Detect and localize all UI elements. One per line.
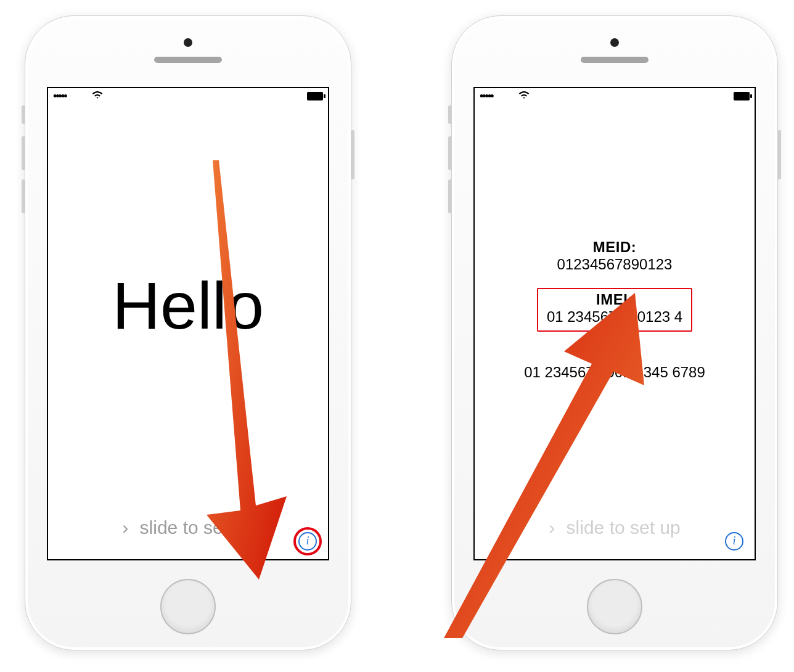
iccid-row: ICCID: 01 234567 8901 2345 6789	[475, 346, 755, 381]
slide-label: slide to set up	[567, 517, 681, 538]
meid-value: 01234567890123	[475, 256, 755, 273]
volume-up-button	[22, 136, 25, 170]
earpiece-speaker	[581, 57, 649, 63]
volume-down-button	[22, 179, 25, 213]
camera-dot	[610, 38, 619, 47]
status-bar: •••••	[475, 88, 755, 105]
hello-greeting: Hello	[48, 267, 328, 344]
mute-switch	[448, 105, 452, 124]
info-button[interactable]: i	[298, 532, 317, 551]
volume-up-button	[448, 136, 452, 170]
wifi-icon	[91, 89, 104, 105]
slide-label: slide to set up	[140, 517, 254, 538]
annotation-imei-highlight: IMEI: 01 234567 890123 4	[537, 288, 692, 332]
info-icon: i	[725, 532, 743, 551]
battery-icon	[307, 92, 323, 100]
power-button	[777, 130, 781, 179]
wifi-icon	[518, 89, 530, 105]
imei-value: 01 234567 890123 4	[547, 308, 682, 326]
earpiece-speaker	[154, 57, 222, 63]
screen-left: ••••• Hello › slide to set up i	[47, 87, 329, 560]
slide-to-setup[interactable]: › slide to set up	[475, 517, 755, 538]
iphone-mockup-right: ••••• MEID: 01234567890123 IMEI: 01 2345…	[451, 15, 778, 650]
chevron-right-icon: ›	[122, 517, 128, 538]
device-info-block: MEID: 01234567890123 IMEI: 01 234567 890…	[475, 224, 755, 396]
meid-label: MEID:	[475, 239, 755, 256]
iccid-value: 01 234567 8901 2345 6789	[475, 364, 755, 381]
home-button[interactable]	[587, 579, 642, 634]
camera-dot	[184, 38, 192, 47]
status-bar: •••••	[48, 88, 328, 105]
cellular-signal-icon: •••••	[480, 90, 493, 103]
battery-icon	[734, 92, 750, 100]
iccid-label: ICCID:	[475, 346, 755, 364]
screen-right: ••••• MEID: 01234567890123 IMEI: 01 2345…	[473, 87, 756, 560]
slide-to-setup[interactable]: › slide to set up	[48, 517, 328, 538]
imei-row: IMEI: 01 234567 890123 4	[475, 288, 755, 332]
iphone-mockup-left: ••••• Hello › slide to set up i	[25, 15, 351, 650]
info-button[interactable]: i	[725, 532, 743, 551]
power-button	[351, 130, 354, 179]
home-button[interactable]	[160, 579, 216, 634]
cellular-signal-icon: •••••	[53, 90, 67, 103]
mute-switch	[22, 105, 25, 124]
chevron-right-icon: ›	[549, 517, 555, 538]
meid-row: MEID: 01234567890123	[475, 239, 755, 273]
volume-down-button	[448, 179, 452, 213]
imei-label: IMEI:	[547, 291, 682, 308]
